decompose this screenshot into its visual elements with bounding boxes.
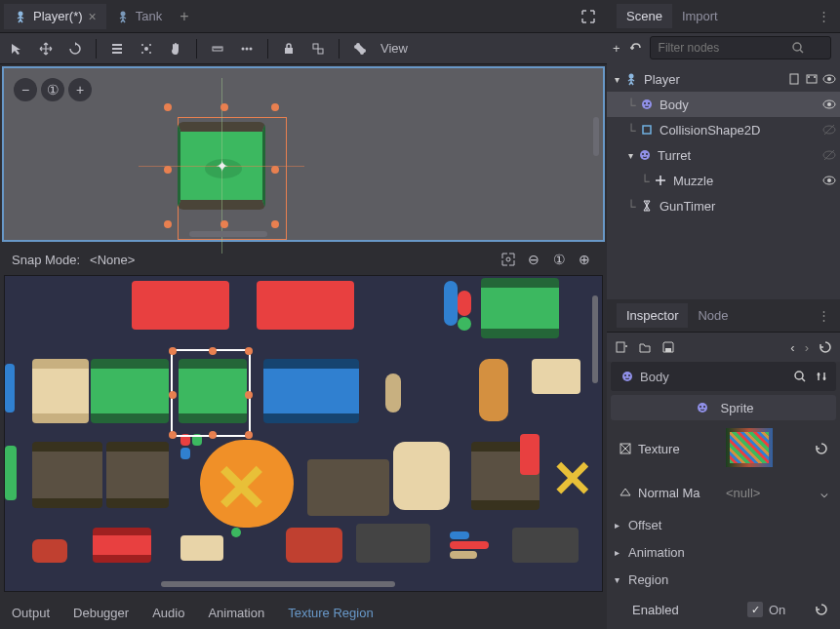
instance-scene-icon[interactable] bbox=[628, 41, 642, 55]
selected-sprite[interactable]: ✦ bbox=[168, 107, 275, 224]
bone-tool-icon[interactable] bbox=[351, 40, 369, 58]
inspector-dock-tab-node[interactable]: Node bbox=[688, 303, 738, 328]
tree-node-player[interactable]: ▾ Player bbox=[607, 66, 840, 92]
prop-value[interactable]: <null> bbox=[726, 486, 815, 500]
fullscreen-icon[interactable] bbox=[574, 10, 603, 23]
filter-nodes-input[interactable] bbox=[650, 36, 831, 59]
collapse-icon[interactable]: ▾ bbox=[624, 150, 636, 161]
list-tool-icon[interactable] bbox=[108, 40, 126, 58]
zoom-in-icon[interactable]: + bbox=[68, 78, 92, 101]
region-zoom-reset-icon[interactable]: ① bbox=[548, 249, 570, 270]
history-forward-icon[interactable]: › bbox=[805, 340, 809, 355]
dock-menu-icon[interactable]: ⋮ bbox=[818, 9, 830, 23]
pan-tool-icon[interactable] bbox=[167, 40, 184, 58]
revert-icon[interactable] bbox=[815, 603, 828, 616]
lock-tool-icon[interactable] bbox=[280, 40, 298, 58]
scene-dock-tab-import[interactable]: Import bbox=[672, 4, 728, 28]
tab-add-icon[interactable]: + bbox=[172, 8, 196, 25]
svg-rect-2 bbox=[112, 44, 122, 46]
zoom-reset-icon[interactable]: ① bbox=[41, 78, 64, 101]
visibility-icon[interactable] bbox=[822, 98, 836, 111]
svg-point-12 bbox=[246, 47, 249, 50]
tab-player[interactable]: Player(*) × bbox=[4, 4, 106, 29]
tab-texture-region[interactable]: Texture Region bbox=[288, 606, 373, 620]
collapse-icon[interactable]: ▾ bbox=[611, 74, 622, 85]
tab-close-icon[interactable]: × bbox=[89, 9, 97, 24]
settings-icon[interactable] bbox=[815, 370, 828, 383]
zoom-out-icon[interactable]: − bbox=[14, 78, 37, 101]
select-tool-icon[interactable] bbox=[8, 40, 25, 58]
move-tool-icon[interactable] bbox=[37, 40, 55, 58]
region-zoom-in-icon[interactable]: ⊕ bbox=[574, 249, 595, 270]
svg-point-26 bbox=[827, 77, 831, 81]
tree-node-turret[interactable]: ▾ Turret bbox=[607, 142, 840, 168]
rotate-tool-icon[interactable] bbox=[66, 40, 84, 58]
visibility-off-icon[interactable] bbox=[822, 123, 836, 137]
inspector-prop-texture[interactable]: Texture bbox=[611, 424, 836, 473]
texture-thumbnail[interactable] bbox=[726, 428, 773, 467]
svg-rect-41 bbox=[665, 348, 671, 352]
view-menu[interactable]: View bbox=[380, 41, 408, 56]
inspector-section-animation[interactable]: ▸Animation bbox=[611, 539, 836, 565]
tree-node-collision[interactable]: └ CollisionShape2D bbox=[607, 117, 840, 142]
snap-mode-value[interactable]: <None> bbox=[90, 253, 135, 267]
search-icon[interactable] bbox=[793, 370, 807, 383]
collisionshape-icon bbox=[638, 123, 656, 137]
group-tool-icon[interactable] bbox=[309, 40, 327, 58]
viewport-2d[interactable]: − ① + ✦ bbox=[2, 66, 605, 242]
dock-menu-icon[interactable]: ⋮ bbox=[818, 308, 830, 323]
inspector-section-region[interactable]: ▾Region bbox=[611, 567, 836, 592]
inspector-section-offset[interactable]: ▸Offset bbox=[611, 512, 836, 537]
visibility-off-icon[interactable] bbox=[822, 148, 836, 162]
tab-tank-label: Tank bbox=[136, 9, 162, 23]
save-resource-icon[interactable] bbox=[661, 340, 675, 354]
viewport-scrollbar-v[interactable] bbox=[591, 68, 601, 240]
tab-output[interactable]: Output bbox=[12, 606, 50, 620]
tree-node-body[interactable]: └ Body bbox=[607, 92, 840, 117]
inspector-dock-tab-inspector[interactable]: Inspector bbox=[617, 303, 688, 328]
texture-region-panel[interactable]: ✕ ✕ bbox=[4, 275, 603, 592]
region-scrollbar-h[interactable] bbox=[122, 579, 454, 589]
tab-animation[interactable]: Animation bbox=[208, 606, 264, 620]
tab-debugger[interactable]: Debugger bbox=[73, 606, 129, 620]
svg-point-5 bbox=[144, 47, 148, 51]
ruler-tool-icon[interactable] bbox=[209, 40, 226, 58]
tree-node-guntimer[interactable]: └ GunTimer bbox=[607, 193, 840, 218]
visibility-icon[interactable] bbox=[822, 174, 836, 187]
region-scrollbar-v[interactable] bbox=[590, 276, 600, 591]
tree-label: CollisionShape2D bbox=[660, 123, 822, 138]
viewport-scrollbar-h[interactable] bbox=[33, 230, 228, 238]
visibility-icon[interactable] bbox=[822, 72, 836, 86]
inspector-class-header[interactable]: Sprite bbox=[611, 395, 836, 420]
inspector-prop-normal-map[interactable]: Normal Ma <null> ⌵ bbox=[611, 477, 836, 508]
dropdown-icon[interactable]: ⌵ bbox=[820, 486, 828, 500]
add-node-icon[interactable]: + bbox=[613, 41, 620, 56]
history-icon[interactable] bbox=[819, 340, 832, 355]
new-resource-icon[interactable] bbox=[615, 340, 628, 354]
revert-icon[interactable] bbox=[815, 442, 828, 455]
load-resource-icon[interactable] bbox=[638, 340, 652, 354]
svg-rect-15 bbox=[313, 44, 318, 49]
region-selection[interactable] bbox=[171, 349, 251, 437]
svg-point-47 bbox=[823, 377, 826, 380]
tab-tank[interactable]: Tank bbox=[106, 4, 172, 28]
tab-audio[interactable]: Audio bbox=[152, 606, 184, 620]
inspector-prop-region-enabled[interactable]: Enabled ✓ On bbox=[611, 594, 836, 625]
scene-icon[interactable] bbox=[805, 72, 819, 86]
chevron-right-icon: ▸ bbox=[615, 547, 628, 558]
scene-dock-tab-scene[interactable]: Scene bbox=[617, 4, 672, 28]
more-tool-icon[interactable] bbox=[238, 40, 256, 58]
svg-point-43 bbox=[624, 374, 626, 376]
svg-point-49 bbox=[700, 406, 701, 408]
tab-player-label: Player(*) bbox=[33, 9, 83, 23]
region-zoom-fit-icon[interactable] bbox=[498, 249, 519, 270]
open-script-icon[interactable] bbox=[787, 72, 801, 86]
checkbox-checked-icon[interactable]: ✓ bbox=[747, 602, 763, 617]
history-back-icon[interactable]: ‹ bbox=[790, 340, 794, 355]
tree-elbow-icon: └ bbox=[624, 199, 638, 214]
inspector-dock-header: Inspector Node ⋮ bbox=[607, 299, 840, 333]
bottom-dock-tabs: Output Debugger Audio Animation Texture … bbox=[0, 596, 607, 629]
snap-tool-icon[interactable] bbox=[138, 40, 155, 58]
region-zoom-out-icon[interactable]: ⊖ bbox=[523, 249, 544, 270]
tree-node-muzzle[interactable]: └ Muzzle bbox=[607, 168, 840, 193]
